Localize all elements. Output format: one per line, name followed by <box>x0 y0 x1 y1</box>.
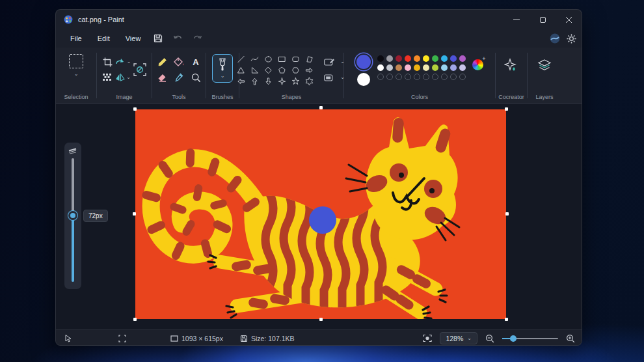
empty-color-slot[interactable] <box>386 74 393 80</box>
shape-diamond-icon[interactable] <box>263 65 275 76</box>
menu-edit[interactable]: Edit <box>91 32 116 45</box>
resize-icon[interactable] <box>133 63 146 76</box>
brushes-button[interactable]: ⌄ <box>212 54 233 83</box>
undo-button[interactable] <box>169 31 186 46</box>
layers-icon[interactable] <box>537 58 552 74</box>
zoom-slider[interactable] <box>502 335 558 342</box>
magnifier-icon[interactable] <box>191 73 201 83</box>
shape-line-icon[interactable] <box>235 54 247 64</box>
color-swatch[interactable] <box>386 64 393 71</box>
resize-handle-bottom-right[interactable] <box>505 318 508 321</box>
color-swatch[interactable] <box>459 55 466 62</box>
color-swatch[interactable] <box>423 55 429 62</box>
rotate-icon[interactable] <box>115 58 126 66</box>
color-swatch[interactable] <box>396 55 402 62</box>
redo-button[interactable] <box>189 31 206 46</box>
color-swatch[interactable] <box>441 55 448 62</box>
crop-icon[interactable] <box>103 57 113 67</box>
resize-handle-top-center[interactable] <box>319 106 323 109</box>
shape-rounded-rectangle-icon[interactable] <box>290 54 302 64</box>
resize-handle-bottom-left[interactable] <box>133 318 137 321</box>
color-swatch[interactable] <box>459 64 466 71</box>
color-swatch[interactable] <box>405 55 411 62</box>
resize-handle-middle-right[interactable] <box>505 212 509 216</box>
shape-star-four-icon[interactable] <box>276 76 288 87</box>
edit-colors-wheel-icon[interactable] <box>472 59 483 70</box>
flip-icon[interactable] <box>115 74 125 81</box>
shape-star-five-icon[interactable] <box>290 76 302 87</box>
resize-handle-top-right[interactable] <box>505 107 508 111</box>
empty-color-slot[interactable] <box>432 74 438 80</box>
empty-color-slot[interactable] <box>423 74 429 80</box>
selection-dropdown-chevron-icon[interactable]: ⌄ <box>74 72 79 77</box>
color-swatch[interactable] <box>423 64 429 71</box>
color-swatch[interactable] <box>432 55 438 62</box>
shape-arrow-right-icon[interactable] <box>304 65 315 76</box>
shape-arrow-down-icon[interactable] <box>263 76 275 87</box>
cocreator-sparkle-icon[interactable] <box>504 58 518 74</box>
color-swatch[interactable] <box>377 64 384 71</box>
menu-view[interactable]: View <box>119 32 148 45</box>
shape-hexagon-icon[interactable] <box>290 65 302 76</box>
shape-oval-icon[interactable] <box>263 54 275 64</box>
account-icon[interactable] <box>550 33 560 44</box>
zoom-level-dropdown[interactable]: 128% ⌄ <box>440 332 477 344</box>
shape-curve-icon[interactable] <box>249 54 261 64</box>
empty-color-slot[interactable] <box>459 74 466 80</box>
shape-polygon-icon[interactable] <box>304 54 315 64</box>
color-swatch[interactable] <box>405 64 411 71</box>
size-slider-track-lower[interactable] <box>72 216 74 282</box>
shape-arrow-left-icon[interactable] <box>235 76 247 87</box>
rotate-dropdown-chevron-icon[interactable]: ⌄ <box>127 59 131 64</box>
minimize-button[interactable] <box>503 10 530 29</box>
resize-handle-middle-left[interactable] <box>133 212 136 216</box>
zoom-slider-thumb[interactable] <box>510 335 517 342</box>
close-button[interactable] <box>556 10 582 29</box>
fit-to-screen-icon[interactable] <box>423 334 432 342</box>
shape-rectangle-icon[interactable] <box>276 54 288 64</box>
zoom-out-icon[interactable] <box>485 334 494 343</box>
resize-handle-bottom-center[interactable] <box>319 318 323 321</box>
color-swatch[interactable] <box>396 64 402 71</box>
settings-gear-icon[interactable] <box>567 34 576 44</box>
flip-dropdown-chevron-icon[interactable]: ⌄ <box>126 75 131 80</box>
fill-icon[interactable] <box>174 57 184 67</box>
color-swatch[interactable] <box>414 55 420 62</box>
selection-tool-button[interactable] <box>69 54 83 68</box>
color-swatch[interactable] <box>414 64 420 71</box>
color-swatch[interactable] <box>441 64 448 71</box>
shape-outline-icon[interactable] <box>324 58 335 66</box>
color2-swatch[interactable] <box>357 73 370 86</box>
zoom-in-icon[interactable] <box>566 334 575 343</box>
menu-file[interactable]: File <box>64 32 88 45</box>
save-button[interactable] <box>150 31 167 46</box>
color-swatch[interactable] <box>450 64 457 71</box>
empty-color-slot[interactable] <box>414 74 420 80</box>
color-swatch[interactable] <box>432 64 438 71</box>
text-tool-button[interactable]: A <box>193 57 198 67</box>
color-swatch[interactable] <box>377 55 384 62</box>
shape-star-six-icon[interactable] <box>304 76 315 87</box>
eraser-icon[interactable] <box>157 73 167 82</box>
empty-color-slot[interactable] <box>441 74 448 80</box>
shape-fill-icon[interactable] <box>324 74 335 82</box>
empty-color-slot[interactable] <box>377 74 384 80</box>
shape-triangle-icon[interactable] <box>235 65 247 76</box>
color-swatch[interactable] <box>450 55 457 62</box>
size-slider-thumb[interactable] <box>68 211 77 220</box>
maximize-button[interactable] <box>530 10 556 29</box>
resize-handle-top-left[interactable] <box>133 107 137 111</box>
brushes-dropdown-chevron-icon[interactable]: ⌄ <box>221 74 225 79</box>
empty-color-slot[interactable] <box>405 74 411 80</box>
pencil-icon[interactable] <box>157 57 167 67</box>
empty-color-slot[interactable] <box>396 74 402 80</box>
shape-pentagon-icon[interactable] <box>276 65 288 76</box>
color1-swatch[interactable] <box>356 55 371 69</box>
eyedropper-icon[interactable] <box>174 73 183 83</box>
empty-color-slot[interactable] <box>450 74 457 80</box>
canvas[interactable] <box>135 109 506 319</box>
shape-right-triangle-icon[interactable] <box>249 65 261 76</box>
shape-arrow-up-icon[interactable] <box>249 76 261 87</box>
thumbnail-icon[interactable] <box>103 74 112 81</box>
color-swatch[interactable] <box>386 55 393 62</box>
